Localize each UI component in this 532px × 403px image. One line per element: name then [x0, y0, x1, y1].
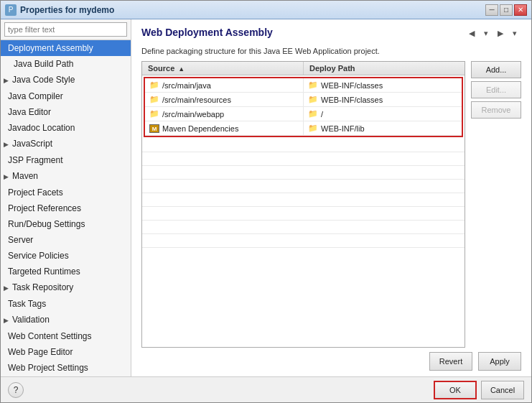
table-row[interactable]: /src/main/java WEB-INF/classes: [145, 78, 462, 93]
help-button[interactable]: ?: [8, 382, 24, 398]
sidebar: Deployment Assembly Java Build Path ▶Jav…: [1, 19, 131, 376]
maximize-button[interactable]: □: [500, 4, 513, 16]
td-deploy-3: WEB-INF/lib: [304, 121, 462, 135]
td-deploy-1: WEB-INF/classes: [304, 93, 462, 106]
table-body: /src/main/java WEB-INF/classes: [142, 75, 465, 347]
col-source: Source ▲: [142, 62, 304, 75]
td-deploy-2: /: [304, 107, 462, 121]
edit-button[interactable]: Edit...: [471, 81, 521, 98]
folder-icon: [308, 96, 318, 104]
table-row-empty[interactable]: [142, 193, 465, 207]
table-row-empty[interactable]: [142, 152, 465, 166]
table-row-empty[interactable]: [142, 180, 465, 193]
sidebar-item-deployment-assembly[interactable]: Deployment Assembly: [1, 40, 131, 56]
nav-dropdown-button[interactable]: ▾: [480, 27, 493, 40]
sidebar-item-maven[interactable]: ▶Maven: [1, 168, 131, 185]
minimize-button[interactable]: ─: [485, 4, 498, 16]
col-deploy-path: Deploy Path: [304, 62, 465, 75]
table-row[interactable]: /src/main/resources WEB-INF/classes: [145, 93, 462, 107]
highlighted-rows-group: /src/main/java WEB-INF/classes: [144, 77, 463, 137]
td-source-1: /src/main/resources: [145, 93, 304, 106]
window-title: Properties for mydemo: [20, 5, 485, 15]
panel-title: Web Deployment Assembly: [141, 27, 273, 38]
td-source-2: /src/main/webapp: [145, 107, 304, 121]
bottom-right: OK Cancel: [434, 381, 524, 399]
window-icon: P: [5, 4, 17, 16]
sidebar-item-project-facets[interactable]: Project Facets: [1, 185, 131, 200]
ok-button[interactable]: OK: [434, 381, 477, 399]
bottom-left: ?: [8, 382, 24, 398]
remove-button[interactable]: Remove: [471, 101, 521, 119]
tree-list: Deployment Assembly Java Build Path ▶Jav…: [1, 40, 131, 376]
titlebar-buttons: ─ □ ✕: [485, 4, 527, 16]
folder-icon: [308, 110, 318, 119]
table-row-empty[interactable]: [142, 139, 465, 152]
folder-icon: [308, 124, 318, 133]
table-row-empty[interactable]: [142, 234, 465, 248]
sidebar-item-service-policies[interactable]: Service Policies: [1, 248, 131, 264]
sidebar-item-java-compiler[interactable]: Java Compiler: [1, 88, 131, 104]
sidebar-item-web-project-settings[interactable]: Web Project Settings: [1, 360, 131, 376]
folder-icon: [308, 81, 318, 90]
nav-dropdown2-button[interactable]: ▾: [508, 27, 521, 40]
filter-input[interactable]: [4, 22, 127, 37]
sort-icon: ▲: [178, 65, 185, 73]
folder-icon: [149, 96, 159, 104]
sidebar-item-java-editor[interactable]: Java Editor: [1, 104, 131, 120]
main-panel: Web Deployment Assembly ◀ ▾ ▶ ▾ Define p…: [131, 19, 531, 376]
table-row-empty[interactable]: [142, 207, 465, 221]
sidebar-item-java-code-style[interactable]: ▶Java Code Style: [1, 72, 131, 88]
add-button[interactable]: Add...: [471, 61, 521, 78]
cancel-button[interactable]: Cancel: [481, 381, 524, 399]
side-buttons: Add... Edit... Remove: [471, 61, 521, 348]
folder-icon: [149, 81, 159, 90]
sidebar-item-server[interactable]: Server: [1, 232, 131, 248]
panel-description: Define packaging structure for this Java…: [141, 47, 521, 55]
sidebar-item-web-page-editor[interactable]: Web Page Editor: [1, 344, 131, 360]
nav-forward-button[interactable]: ▶: [494, 27, 507, 40]
nav-back-button[interactable]: ◀: [465, 27, 478, 40]
data-table: Source ▲ Deploy Path: [141, 61, 465, 348]
revert-button[interactable]: Revert: [429, 352, 472, 371]
maven-icon: M: [149, 124, 159, 133]
sidebar-item-project-references[interactable]: Project References: [1, 200, 131, 216]
apply-button[interactable]: Apply: [478, 352, 521, 371]
table-row-empty[interactable]: [142, 166, 465, 180]
sidebar-item-targeted-runtimes[interactable]: Targeted Runtimes: [1, 264, 131, 279]
nav-buttons: ◀ ▾ ▶ ▾: [465, 27, 521, 40]
main-window: P Properties for mydemo ─ □ ✕ Deployment…: [0, 0, 532, 403]
table-row-empty[interactable]: [142, 221, 465, 234]
folder-icon: [149, 110, 159, 119]
bottom-bar: ? OK Cancel: [1, 376, 531, 402]
filter-box: [1, 19, 131, 40]
main-action-row: Revert Apply: [141, 348, 521, 371]
table-row[interactable]: M Maven Dependencies WEB-INF/lib: [145, 121, 462, 136]
panel-header: Web Deployment Assembly ◀ ▾ ▶ ▾: [141, 27, 521, 44]
td-source-0: /src/main/java: [145, 78, 304, 92]
table-area: Source ▲ Deploy Path: [141, 61, 521, 348]
sidebar-item-task-repository[interactable]: ▶Task Repository: [1, 279, 131, 296]
table-row[interactable]: /src/main/webapp /: [145, 107, 462, 121]
sidebar-item-javadoc-location[interactable]: Javadoc Location: [1, 120, 131, 136]
td-deploy-0: WEB-INF/classes: [304, 78, 462, 92]
sidebar-item-run-debug-settings[interactable]: Run/Debug Settings: [1, 216, 131, 232]
close-button[interactable]: ✕: [514, 4, 527, 16]
sidebar-item-web-content-settings[interactable]: Web Content Settings: [1, 328, 131, 344]
titlebar: P Properties for mydemo ─ □ ✕: [1, 1, 531, 19]
td-source-3: M Maven Dependencies: [145, 121, 304, 135]
table-header: Source ▲ Deploy Path: [142, 62, 465, 75]
sidebar-item-validation[interactable]: ▶Validation: [1, 312, 131, 328]
sidebar-item-java-build-path[interactable]: Java Build Path: [1, 56, 131, 72]
sidebar-item-javascript[interactable]: ▶JavaScript: [1, 136, 131, 152]
sidebar-item-jsp-fragment[interactable]: JSP Fragment: [1, 152, 131, 168]
content-area: Deployment Assembly Java Build Path ▶Jav…: [1, 19, 531, 376]
sidebar-item-task-tags[interactable]: Task Tags: [1, 296, 131, 312]
